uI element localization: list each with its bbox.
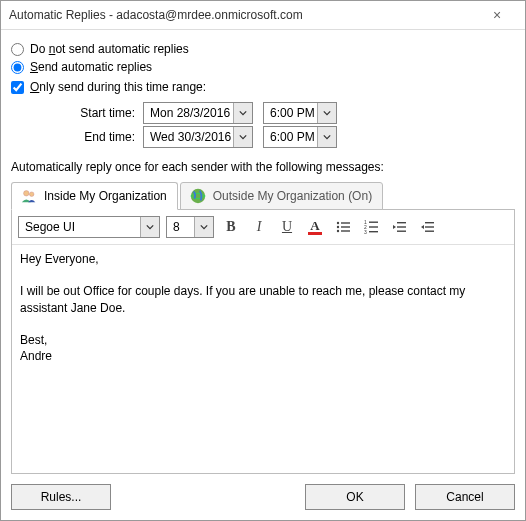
tab-outside-label: Outside My Organization (On) xyxy=(213,189,372,203)
svg-text:3: 3 xyxy=(364,229,367,235)
svg-point-0 xyxy=(24,191,29,196)
italic-button[interactable]: I xyxy=(248,216,270,238)
svg-point-1 xyxy=(29,192,34,197)
tabstrip: Inside My Organization Outside My Organi… xyxy=(11,180,515,210)
start-time-value: 6:00 PM xyxy=(264,106,317,120)
radio-do-not-send-label: Do not send automatic replies xyxy=(30,42,189,56)
end-time-value: 6:00 PM xyxy=(264,130,317,144)
start-time-row: Start time: Mon 28/3/2016 6:00 PM xyxy=(67,102,515,124)
underline-button[interactable]: U xyxy=(276,216,298,238)
radio-send[interactable]: Send automatic replies xyxy=(11,60,515,74)
automatic-replies-dialog: { "title": "Automatic Replies - adacosta… xyxy=(0,0,526,521)
font-color-button[interactable]: A xyxy=(304,216,326,238)
svg-point-2 xyxy=(191,189,205,203)
end-time-combo[interactable]: 6:00 PM xyxy=(263,126,337,148)
numbered-list-button[interactable]: 123 xyxy=(360,216,382,238)
message-editor[interactable]: Hey Everyone, I will be out Office for c… xyxy=(12,245,514,473)
chevron-down-icon xyxy=(233,127,252,147)
window-title: Automatic Replies - adacosta@mrdee.onmic… xyxy=(9,8,477,22)
svg-rect-20 xyxy=(425,231,434,232)
svg-rect-19 xyxy=(425,226,434,227)
start-time-label: Start time: xyxy=(67,106,135,120)
close-icon[interactable]: × xyxy=(477,7,517,23)
svg-rect-16 xyxy=(397,226,406,227)
start-date-combo[interactable]: Mon 28/3/2016 xyxy=(143,102,253,124)
tab-outside-org[interactable]: Outside My Organization (On) xyxy=(180,182,383,210)
radio-send-label: Send automatic replies xyxy=(30,60,152,74)
bold-button[interactable]: B xyxy=(220,216,242,238)
radio-send-input[interactable] xyxy=(11,61,24,74)
svg-rect-12 xyxy=(369,226,378,227)
bullet-list-button[interactable] xyxy=(332,216,354,238)
radio-do-not-send[interactable]: Do not send automatic replies xyxy=(11,42,515,56)
radio-do-not-send-input[interactable] xyxy=(11,43,24,56)
rules-button[interactable]: Rules... xyxy=(11,484,111,510)
chevron-down-icon xyxy=(317,103,336,123)
end-date-value: Wed 30/3/2016 xyxy=(144,130,233,144)
font-family-combo[interactable]: Segoe UI xyxy=(18,216,160,238)
font-family-value: Segoe UI xyxy=(19,220,140,234)
checkbox-only-range-input[interactable] xyxy=(11,81,24,94)
reply-section-label: Automatically reply once for each sender… xyxy=(11,160,515,174)
chevron-down-icon xyxy=(140,217,159,237)
svg-point-5 xyxy=(337,226,339,228)
end-time-row: End time: Wed 30/3/2016 6:00 PM xyxy=(67,126,515,148)
people-icon xyxy=(20,187,38,205)
ok-button-label: OK xyxy=(346,490,363,504)
svg-rect-4 xyxy=(341,222,350,223)
titlebar: Automatic Replies - adacosta@mrdee.onmic… xyxy=(1,1,525,30)
checkbox-only-range-label: Only send during this time range: xyxy=(30,80,206,94)
rules-button-label: Rules... xyxy=(41,490,82,504)
svg-rect-14 xyxy=(369,231,378,232)
checkbox-only-range[interactable]: Only send during this time range: xyxy=(11,80,515,94)
indent-button[interactable] xyxy=(416,216,438,238)
tab-inside-label: Inside My Organization xyxy=(44,189,167,203)
end-date-combo[interactable]: Wed 30/3/2016 xyxy=(143,126,253,148)
tab-inside-org[interactable]: Inside My Organization xyxy=(11,182,178,210)
ok-button[interactable]: OK xyxy=(305,484,405,510)
svg-rect-15 xyxy=(397,222,406,223)
svg-rect-6 xyxy=(341,226,350,227)
cancel-button[interactable]: Cancel xyxy=(415,484,515,510)
start-time-combo[interactable]: 6:00 PM xyxy=(263,102,337,124)
chevron-down-icon xyxy=(233,103,252,123)
end-time-label: End time: xyxy=(67,130,135,144)
font-color-swatch xyxy=(308,232,322,235)
globe-icon xyxy=(189,187,207,205)
svg-rect-10 xyxy=(369,222,378,223)
svg-rect-8 xyxy=(341,230,350,231)
svg-point-3 xyxy=(337,222,339,224)
font-size-value: 8 xyxy=(167,220,194,234)
dialog-body: Do not send automatic replies Send autom… xyxy=(1,30,525,474)
outdent-button[interactable] xyxy=(388,216,410,238)
time-range-group: Start time: Mon 28/3/2016 6:00 PM End ti… xyxy=(67,100,515,150)
start-date-value: Mon 28/3/2016 xyxy=(144,106,233,120)
svg-point-7 xyxy=(337,230,339,232)
font-size-combo[interactable]: 8 xyxy=(166,216,214,238)
tab-content: Segoe UI 8 B I U A 123 xyxy=(11,210,515,474)
svg-rect-17 xyxy=(397,231,406,232)
cancel-button-label: Cancel xyxy=(446,490,483,504)
font-color-icon: A xyxy=(310,220,319,232)
svg-rect-18 xyxy=(425,222,434,223)
chevron-down-icon xyxy=(317,127,336,147)
chevron-down-icon xyxy=(194,217,213,237)
dialog-footer: Rules... OK Cancel xyxy=(1,474,525,520)
editor-toolbar: Segoe UI 8 B I U A 123 xyxy=(12,210,514,245)
